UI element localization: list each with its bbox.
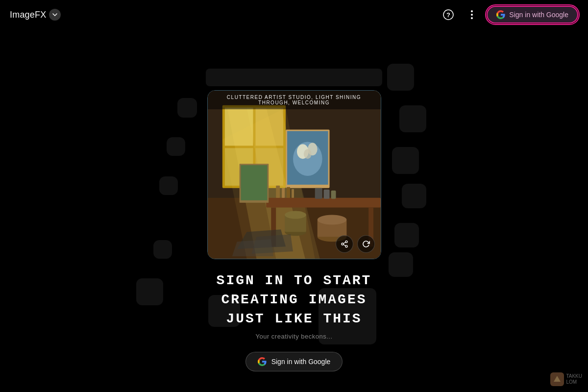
cta-line2: CREATING IMAGES — [217, 290, 372, 309]
main-content: CLUTTERED ARTIST STUDIO, LIGHT SHINING T… — [0, 29, 588, 392]
svg-point-48 — [345, 245, 347, 247]
svg-rect-45 — [208, 91, 381, 259]
share-button[interactable] — [336, 235, 353, 253]
svg-marker-51 — [554, 376, 561, 382]
cta-line3: JUST LIKE THIS — [217, 309, 372, 328]
image-caption: CLUTTERED ARTIST STUDIO, LIGHT SHINING T… — [208, 91, 381, 109]
logo-text: ImageFX — [10, 10, 46, 20]
svg-point-3 — [471, 14, 473, 16]
svg-point-4 — [471, 17, 473, 19]
image-card: CLUTTERED ARTIST STUDIO, LIGHT SHINING T… — [207, 90, 381, 259]
svg-point-47 — [342, 243, 343, 245]
sign-in-header-label: Sign in with Google — [509, 11, 568, 19]
cta-title: SIGN IN TO START CREATING IMAGES JUST LI… — [217, 271, 372, 329]
header: ImageFX ? — [0, 0, 588, 29]
watermark-text: TAKKU LOM — [566, 373, 582, 385]
watermark-icon — [550, 372, 564, 386]
svg-point-2 — [471, 10, 473, 12]
svg-line-50 — [343, 242, 345, 244]
dropdown-button[interactable] — [49, 9, 61, 21]
google-icon — [496, 10, 505, 19]
refresh-button[interactable] — [357, 235, 375, 253]
header-left: ImageFX — [10, 9, 61, 21]
svg-text:?: ? — [446, 11, 450, 19]
prompt-bar — [206, 69, 382, 86]
image-actions — [336, 235, 375, 253]
watermark: TAKKU LOM — [550, 372, 582, 386]
studio-image: CLUTTERED ARTIST STUDIO, LIGHT SHINING T… — [208, 91, 381, 259]
sign-in-header-button[interactable]: Sign in with Google — [487, 6, 578, 24]
header-right: ? Sign in with Google — [440, 6, 578, 24]
sign-in-bottom-button[interactable]: Sign in with Google — [245, 352, 343, 371]
svg-line-49 — [343, 245, 345, 246]
sign-in-bottom-label: Sign in with Google — [271, 358, 331, 366]
cta-subtitle: Your creativity beckons... — [217, 333, 372, 340]
more-button[interactable] — [463, 6, 481, 24]
cta-line1: SIGN IN TO START — [217, 271, 372, 290]
help-button[interactable]: ? — [440, 6, 457, 24]
cta-section: SIGN IN TO START CREATING IMAGES JUST LI… — [217, 271, 372, 340]
google-icon-bottom — [258, 357, 267, 366]
svg-point-46 — [345, 241, 347, 243]
